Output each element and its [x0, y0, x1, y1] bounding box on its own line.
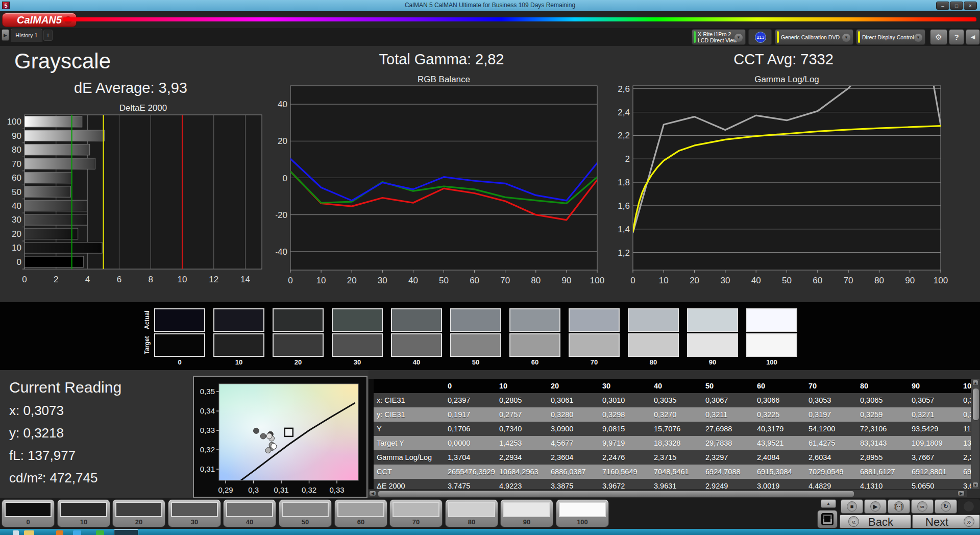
calman-window-button[interactable]: [114, 529, 138, 535]
svg-text:12: 12: [209, 275, 218, 284]
table-cell: 4,5677: [547, 436, 599, 450]
table-cell: 3,6500: [960, 479, 971, 489]
collapse-panel-button[interactable]: ◀: [966, 29, 980, 45]
stop-icon: ■: [847, 501, 857, 512]
transport-refresh-button[interactable]: ↻: [935, 499, 957, 514]
chevron-down-icon[interactable]: ▼: [914, 34, 922, 42]
transport-stop-button[interactable]: ■: [841, 499, 863, 514]
svg-text:10: 10: [178, 275, 187, 284]
svg-text:8: 8: [148, 275, 153, 284]
table-column-header: 50: [702, 379, 753, 393]
table-cell: 109,1809: [908, 436, 960, 450]
patch-button-10[interactable]: 10: [57, 499, 110, 527]
table-cell: 0,3053: [805, 393, 856, 407]
table-cell: 3,3875: [547, 479, 599, 489]
table-column-header: 10: [496, 379, 547, 393]
patch-button-80[interactable]: 80: [445, 499, 498, 527]
table-cell: 9,0815: [599, 422, 650, 436]
tray-arrow-icon[interactable]: [13, 530, 19, 535]
app-green-icon[interactable]: [96, 530, 104, 535]
table-horizontal-scrollbar[interactable]: ◀ ▶: [369, 489, 967, 497]
transport-continuous-measure-button[interactable]: ∞: [911, 499, 934, 514]
table-cell: 0,3067: [702, 393, 753, 407]
next-button[interactable]: Next»: [912, 515, 980, 528]
chevron-down-icon[interactable]: ▼: [842, 34, 850, 42]
patch-button-60[interactable]: 60: [334, 499, 387, 527]
svg-text:-20: -20: [276, 210, 287, 220]
back-label: Back: [868, 516, 893, 529]
maximize-button[interactable]: □: [950, 2, 963, 10]
svg-text:10: 10: [316, 276, 326, 285]
table-cell: 2,3297: [702, 450, 753, 465]
svg-text:0,31: 0,31: [200, 465, 215, 473]
back-button[interactable]: «Back: [840, 515, 911, 528]
swatch-level-label: 20: [273, 358, 324, 366]
table-cell: 10684,2963: [496, 465, 547, 479]
de-average-value: dE Average: 3,93: [74, 80, 187, 96]
settings-gear-icon[interactable]: ⚙: [930, 29, 947, 45]
patch-button-70[interactable]: 70: [389, 499, 443, 527]
patch-button-0[interactable]: 0: [2, 499, 55, 527]
swatch-level-label: 60: [509, 358, 560, 366]
source-dropdown[interactable]: Generic Calibration DVD ▼: [775, 29, 853, 45]
patch-button-90[interactable]: 90: [500, 499, 553, 527]
target-swatch: [154, 333, 205, 357]
table-cell: 4,9223: [496, 479, 547, 489]
minimize-button[interactable]: –: [936, 2, 949, 10]
table-column-header: 20: [547, 379, 599, 393]
table-cell: 0,3280: [547, 407, 599, 422]
patch-swatch: [60, 502, 107, 517]
meter-dropdown[interactable]: X-Rite i1Pro 2LCD Direct View ▼: [692, 29, 746, 45]
swatch-level-label: 30: [332, 358, 383, 366]
window-title: CalMAN 5 CalMAN Ultimate for Business 10…: [0, 2, 980, 9]
table-row: Target Y0,00001,42534,56779,971918,33282…: [374, 436, 971, 450]
display-control-dropdown[interactable]: Direct Display Control ▼: [856, 29, 925, 45]
scroll-up-icon[interactable]: ▲: [972, 380, 978, 386]
patch-swatch: [337, 502, 384, 517]
close-button[interactable]: ×: [964, 2, 977, 10]
table-cell: 0,3066: [753, 393, 805, 407]
app-orange-icon[interactable]: [56, 530, 63, 535]
table-cell: 4,1310: [856, 479, 908, 489]
patch-label: 0: [2, 518, 54, 526]
svg-text:0,32: 0,32: [302, 485, 316, 494]
table-cell: 2,2900: [960, 450, 971, 465]
table-cell: 0,7340: [496, 422, 547, 436]
gamma-loglog-chart: 2,62,42,221,81,61,41,2010203040506070809…: [611, 78, 948, 286]
patch-button-40[interactable]: 40: [223, 499, 276, 527]
svg-text:20: 20: [278, 136, 287, 146]
table-cell: 6933,0000: [960, 465, 971, 479]
table-cell: 15,7076: [650, 422, 702, 436]
svg-text:0,35: 0,35: [200, 387, 215, 396]
patch-button-100[interactable]: 100: [556, 499, 609, 527]
svg-text:80: 80: [874, 276, 884, 285]
add-tab-button[interactable]: +: [43, 30, 53, 41]
folder-icon[interactable]: [24, 530, 34, 535]
chevron-down-icon[interactable]: ▼: [734, 34, 743, 42]
patch-button-20[interactable]: 20: [112, 499, 165, 527]
scroll-right-icon[interactable]: ▶: [958, 491, 965, 496]
transport-play-button[interactable]: ▶: [864, 499, 887, 514]
svg-text:40: 40: [751, 276, 761, 285]
target-swatch: [450, 333, 501, 357]
actual-swatch: [213, 308, 264, 332]
table-vertical-scrollbar[interactable]: ▲ ▼: [971, 379, 979, 489]
svg-text:2,6: 2,6: [618, 84, 630, 94]
app-blue-icon[interactable]: [73, 530, 81, 535]
horizontal-scroll-thumb[interactable]: [378, 491, 854, 497]
table-cell: 72,3106: [856, 422, 908, 436]
tab-scroll-button[interactable]: ▶: [2, 29, 9, 41]
current-patch-button[interactable]: [817, 510, 838, 528]
tab-history-1[interactable]: History 1: [11, 29, 42, 42]
svg-text:20: 20: [347, 276, 357, 285]
patch-button-50[interactable]: 50: [279, 499, 332, 527]
vertical-scroll-thumb[interactable]: [972, 388, 979, 421]
transport-single-measure-button[interactable]: [··]: [888, 499, 910, 514]
patch-button-30[interactable]: 30: [168, 499, 221, 527]
collapse-up-button[interactable]: ▲: [821, 499, 836, 508]
scroll-down-icon[interactable]: ▼: [972, 482, 978, 488]
refresh-icon: ↻: [941, 501, 951, 512]
table-cell: 5,0650: [908, 479, 960, 489]
help-button[interactable]: ?: [949, 29, 964, 45]
scroll-left-icon[interactable]: ◀: [369, 491, 376, 496]
